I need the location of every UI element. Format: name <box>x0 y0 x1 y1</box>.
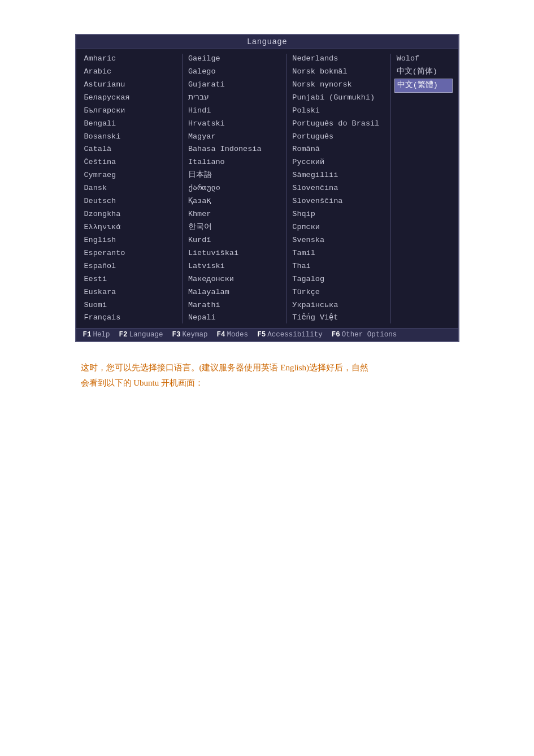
language-item[interactable]: Bosanski <box>82 131 179 144</box>
language-item[interactable]: Suomi <box>82 299 179 312</box>
language-item[interactable]: 한국어 <box>186 221 283 234</box>
footer-key: F3 <box>172 331 181 339</box>
language-item[interactable]: English <box>82 234 179 247</box>
language-item[interactable]: Latviski <box>186 260 283 273</box>
language-item[interactable]: Català <box>82 143 179 156</box>
language-item[interactable]: עברית <box>186 92 283 105</box>
terminal-content: AmharicArabicAsturianuБеларускаяБългарск… <box>76 49 458 328</box>
language-item[interactable]: Hrvatski <box>186 118 283 131</box>
language-item[interactable]: Amharic <box>82 53 179 66</box>
language-item[interactable]: ქართული <box>186 182 283 195</box>
language-item[interactable]: Norsk bokmål <box>290 66 387 79</box>
footer-label: Other Options <box>342 331 397 339</box>
language-item[interactable]: Español <box>82 260 179 273</box>
terminal-footer: F1HelpF2LanguageF3KeymapF4ModesF5Accessi… <box>76 328 458 341</box>
language-item[interactable]: Marathi <box>186 299 283 312</box>
language-item[interactable]: Polski <box>290 105 387 118</box>
language-item[interactable]: Lietuviškai <box>186 247 283 260</box>
footer-key: F1 <box>83 331 92 339</box>
language-item[interactable]: Slovenščina <box>290 195 387 208</box>
description-line1: 这时，您可以先选择接口语言。(建议服务器使用英语 English)选择好后，自然 <box>81 360 454 375</box>
language-item[interactable]: Italiano <box>186 156 283 169</box>
language-item[interactable]: Deutsch <box>82 195 179 208</box>
footer-label: Help <box>93 331 110 339</box>
language-item[interactable]: Eesti <box>82 273 179 286</box>
language-item[interactable]: Khmer <box>186 208 283 221</box>
language-item[interactable]: Punjabi (Gurmukhi) <box>290 92 387 105</box>
language-item[interactable]: Arabic <box>82 66 179 79</box>
footer-item[interactable]: F5Accessibility <box>257 331 323 339</box>
language-item[interactable]: Bahasa Indonesia <box>186 143 283 156</box>
language-item[interactable]: Српски <box>290 221 387 234</box>
language-item[interactable]: Esperanto <box>82 247 179 260</box>
language-column-1: AmharicArabicAsturianuБеларускаяБългарск… <box>79 53 182 325</box>
footer-key: F6 <box>332 331 340 339</box>
language-item[interactable]: Čeština <box>82 156 179 169</box>
language-item[interactable]: Українська <box>290 299 387 312</box>
language-item[interactable]: 中文(简体) <box>394 66 453 79</box>
footer-item[interactable]: F1Help <box>83 331 110 339</box>
language-item[interactable]: Shqip <box>290 208 387 221</box>
language-item[interactable]: Tagalog <box>290 273 387 286</box>
language-column-4: Wolof中文(简体)中文(繁體) <box>391 53 456 325</box>
language-item[interactable]: Gaeilge <box>186 53 283 66</box>
language-item[interactable]: Dansk <box>82 182 179 195</box>
footer-item[interactable]: F3Keymap <box>172 331 208 339</box>
language-item[interactable]: Français <box>82 312 179 325</box>
footer-item[interactable]: F6Other Options <box>332 331 397 339</box>
terminal-box: Language AmharicArabicAsturianuБеларуска… <box>75 34 459 342</box>
language-item[interactable]: Magyar <box>186 131 283 144</box>
language-column-2: GaeilgeGalegoGujaratiעבריתHindiHrvatskiM… <box>183 53 286 325</box>
footer-item[interactable]: F2Language <box>119 331 163 339</box>
language-item[interactable]: Svenska <box>290 234 387 247</box>
language-item[interactable]: Български <box>82 105 179 118</box>
language-item[interactable]: Македонски <box>186 273 283 286</box>
language-item[interactable]: Tamil <box>290 247 387 260</box>
language-item[interactable]: Русский <box>290 156 387 169</box>
footer-label: Keymap <box>183 331 208 339</box>
footer-key: F5 <box>257 331 266 339</box>
description-block: 这时，您可以先选择接口语言。(建议服务器使用英语 English)选择好后，自然… <box>75 360 459 391</box>
footer-item[interactable]: F4Modes <box>217 331 249 339</box>
footer-label: Language <box>129 331 163 339</box>
language-item[interactable]: Wolof <box>394 53 453 66</box>
language-item[interactable]: Tiếng Việt <box>290 312 387 325</box>
language-item[interactable]: Galego <box>186 66 283 79</box>
language-item[interactable]: Malayalam <box>186 286 283 299</box>
language-item[interactable]: Қазақ <box>186 195 283 208</box>
language-item[interactable]: Dzongkha <box>82 208 179 221</box>
footer-label: Modes <box>227 331 249 339</box>
language-item[interactable]: Nederlands <box>290 53 387 66</box>
language-item[interactable]: Nepali <box>186 312 283 325</box>
language-item[interactable]: 中文(繁體) <box>394 79 453 93</box>
language-item[interactable]: Euskara <box>82 286 179 299</box>
language-item[interactable]: Hindi <box>186 105 283 118</box>
language-item[interactable]: Gujarati <box>186 79 283 92</box>
description-line2: 会看到以下的 Ubuntu 开机画面： <box>81 375 454 391</box>
language-item[interactable]: Беларуская <box>82 92 179 105</box>
language-item[interactable]: Română <box>290 143 387 156</box>
language-item[interactable]: Português <box>290 131 387 144</box>
language-item[interactable]: Asturianu <box>82 79 179 92</box>
language-item[interactable]: Bengali <box>82 118 179 131</box>
language-item[interactable]: Türkçe <box>290 286 387 299</box>
language-column-3: NederlandsNorsk bokmålNorsk nynorskPunja… <box>286 53 390 325</box>
language-item[interactable]: Kurdî <box>186 234 283 247</box>
language-item[interactable]: 日本語 <box>186 169 283 182</box>
language-item[interactable]: Norsk nynorsk <box>290 79 387 92</box>
language-item[interactable]: Thai <box>290 260 387 273</box>
footer-label: Accessibility <box>267 331 323 339</box>
terminal-title: Language <box>76 35 458 49</box>
page-wrapper: Language AmharicArabicAsturianuБеларуска… <box>0 0 534 756</box>
language-item[interactable]: Português do Brasil <box>290 118 387 131</box>
language-item[interactable]: Ελληνικά <box>82 221 179 234</box>
language-item[interactable]: Sāmegillii <box>290 169 387 182</box>
language-item[interactable]: Slovenčina <box>290 182 387 195</box>
language-item[interactable]: Cymraeg <box>82 169 179 182</box>
footer-key: F4 <box>217 331 225 339</box>
footer-key: F2 <box>119 331 128 339</box>
